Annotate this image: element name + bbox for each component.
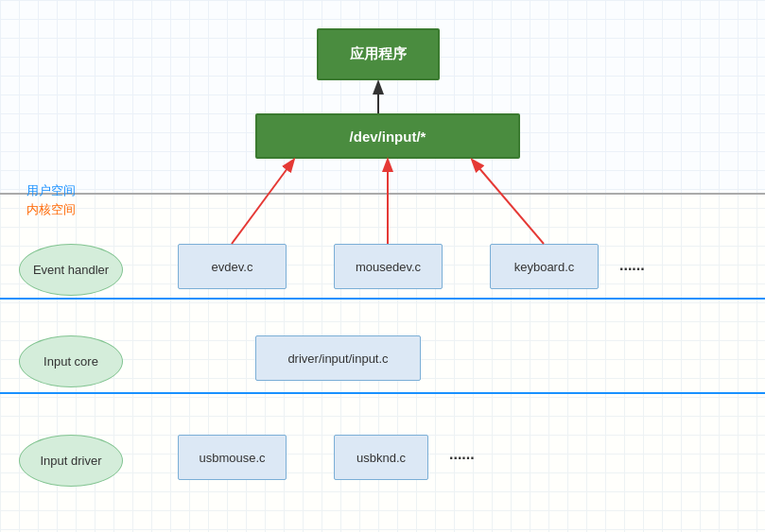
svg-line-1 [232, 161, 293, 244]
arrows-svg [0, 0, 765, 532]
svg-line-3 [473, 161, 544, 244]
diagram-container: 用户空间 内核空间 应用程序 /dev/input/* Event handle… [0, 0, 765, 532]
